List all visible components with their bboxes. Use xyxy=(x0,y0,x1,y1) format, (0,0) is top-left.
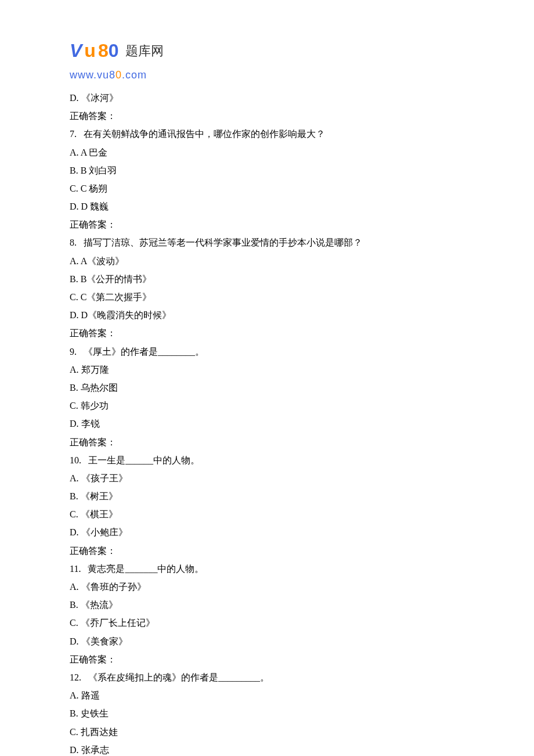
question-7: 7. 在有关朝鲜战争的通讯报告中，哪位作家的创作影响最大？ xyxy=(70,125,464,143)
question-number: 7. xyxy=(70,129,77,139)
option-a: A. A《波动》 xyxy=(70,252,464,270)
question-number: 10. xyxy=(70,455,81,465)
question-8: 8. 描写丁洁琼、苏冠兰等老一代科学家事业爱情的手抄本小说是哪部？ xyxy=(70,233,464,251)
leading-answer-label: 正确答案： xyxy=(70,107,464,125)
logo-number-8: 80 xyxy=(98,35,119,66)
option-c: C. 扎西达娃 xyxy=(70,723,464,741)
logo-letter-u: u xyxy=(84,35,96,66)
answer-label: 正确答案： xyxy=(70,215,464,233)
logo-cn-text: 题库网 xyxy=(125,40,164,62)
option-a: A. 《鲁班的子孙》 xyxy=(70,578,464,596)
option-c: C. 《棋王》 xyxy=(70,505,464,523)
question-number: 9. xyxy=(70,347,77,357)
question-number: 12. xyxy=(70,672,81,682)
option-b: B. 《树王》 xyxy=(70,487,464,505)
question-11: 11. 黄志亮是_______中的人物。 xyxy=(70,560,464,578)
document-content: D. 《冰河》 正确答案： 7. 在有关朝鲜战争的通讯报告中，哪位作家的创作影响… xyxy=(70,89,464,756)
option-b: B. 《热流》 xyxy=(70,596,464,614)
option-d: D. 张承志 xyxy=(70,741,464,756)
option-b: B. B《公开的情书》 xyxy=(70,270,464,288)
option-d: D. D 魏巍 xyxy=(70,197,464,215)
question-10: 10. 王一生是______中的人物。 xyxy=(70,451,464,469)
question-text: 《厚土》的作者是________。 xyxy=(84,347,204,357)
question-12: 12. 《系在皮绳扣上的魂》的作者是_________。 xyxy=(70,668,464,686)
question-9: 9. 《厚土》的作者是________。 xyxy=(70,343,464,361)
option-d: D. D《晚霞消失的时候》 xyxy=(70,306,464,324)
question-text: 描写丁洁琼、苏冠兰等老一代科学家事业爱情的手抄本小说是哪部？ xyxy=(84,237,362,247)
leading-option-d: D. 《冰河》 xyxy=(70,89,464,107)
option-a: A. 《孩子王》 xyxy=(70,469,464,487)
answer-label: 正确答案： xyxy=(70,433,464,451)
option-a: A. 路遥 xyxy=(70,686,464,704)
option-d: D. 《小鲍庄》 xyxy=(70,523,464,541)
option-a: A. A 巴金 xyxy=(70,143,464,161)
option-b: B. B 刘白羽 xyxy=(70,161,464,179)
question-text: 王一生是______中的人物。 xyxy=(88,455,200,465)
question-number: 8. xyxy=(70,237,77,247)
question-text: 黄志亮是_______中的人物。 xyxy=(88,564,204,574)
option-d: D. 李锐 xyxy=(70,415,464,433)
logo-top-row: Vu80 题库网 xyxy=(70,35,464,66)
answer-label: 正确答案： xyxy=(70,324,464,342)
question-text: 《系在皮绳扣上的魂》的作者是_________。 xyxy=(88,672,269,682)
answer-label: 正确答案： xyxy=(70,650,464,668)
option-c: C. 《乔厂长上任记》 xyxy=(70,614,464,632)
logo-letter-v: V xyxy=(70,35,82,66)
option-b: B. 乌热尔图 xyxy=(70,379,464,397)
site-logo: Vu80 题库网 www.vu80.com xyxy=(70,35,464,84)
option-c: C. C 杨朔 xyxy=(70,179,464,197)
option-b: B. 史铁生 xyxy=(70,704,464,722)
option-c: C. C《第二次握手》 xyxy=(70,288,464,306)
question-text: 在有关朝鲜战争的通讯报告中，哪位作家的创作影响最大？ xyxy=(84,129,325,139)
option-c: C. 韩少功 xyxy=(70,397,464,415)
option-d: D. 《美食家》 xyxy=(70,632,464,650)
logo-url: www.vu80.com xyxy=(70,66,464,84)
question-number: 11. xyxy=(70,564,81,574)
answer-label: 正确答案： xyxy=(70,542,464,560)
option-a: A. 郑万隆 xyxy=(70,361,464,379)
